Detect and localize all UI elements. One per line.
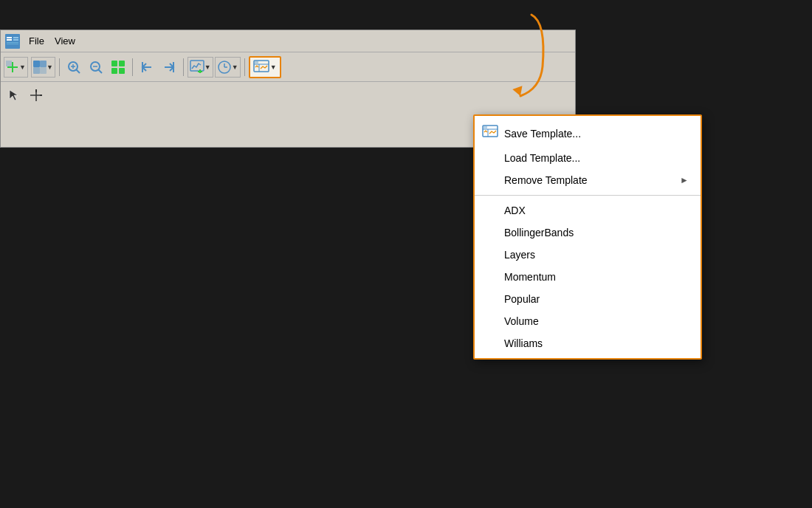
clock-button[interactable]: ▼ — [215, 57, 241, 78]
menu-item-momentum[interactable]: Momentum — [475, 266, 701, 288]
toolbar-row1: ▼ ▼ — [1, 52, 575, 82]
save-template-label: Save Template... — [504, 128, 581, 140]
popular-label: Popular — [504, 293, 540, 305]
separator1 — [59, 58, 60, 76]
adx-label: ADX — [504, 205, 526, 216]
template-menu-icon — [482, 125, 498, 142]
menu-item-remove-template[interactable]: Remove Template ► — [475, 169, 701, 191]
svg-rect-25 — [119, 68, 125, 74]
svg-rect-49 — [484, 126, 487, 128]
menu-item-volume[interactable]: Volume — [475, 310, 701, 332]
separator3 — [183, 58, 184, 76]
layers-label: Layers — [504, 249, 535, 261]
link-button[interactable]: ▼ — [31, 57, 55, 78]
svg-rect-0 — [5, 34, 20, 49]
toolbar-row2 — [1, 82, 575, 109]
momentum-label: Momentum — [504, 271, 556, 283]
menu-item-williams[interactable]: Williams — [475, 332, 701, 354]
submenu-arrow-icon: ► — [680, 175, 689, 185]
menu-item-adx[interactable]: ADX — [475, 199, 701, 222]
svg-rect-12 — [40, 61, 47, 67]
svg-rect-24 — [111, 68, 117, 74]
svg-rect-11 — [33, 61, 40, 67]
svg-rect-6 — [7, 44, 18, 44]
arrow-left-button[interactable] — [137, 57, 157, 78]
svg-rect-13 — [33, 67, 40, 74]
menu-item-save-template[interactable]: Save Template... — [475, 120, 701, 147]
svg-rect-1 — [7, 37, 12, 38]
svg-rect-9 — [12, 62, 13, 72]
remove-template-label: Remove Template — [504, 174, 588, 186]
williams-label: Williams — [504, 337, 543, 349]
svg-marker-40 — [10, 90, 18, 100]
template-button[interactable]: ▼ — [249, 56, 281, 78]
separator2 — [132, 58, 133, 76]
load-template-label: Load Template... — [504, 152, 580, 164]
menu-separator — [475, 195, 701, 196]
menu-bar: File View — [1, 30, 575, 52]
zoom-in-button[interactable] — [63, 57, 84, 78]
bollinger-label: BollingerBands — [504, 227, 574, 238]
add-chart-button[interactable]: ▼ — [187, 57, 213, 78]
separator4 — [244, 58, 245, 76]
crosshair-button[interactable] — [26, 85, 47, 106]
svg-rect-23 — [119, 61, 125, 66]
menu-item-layers[interactable]: Layers — [475, 244, 701, 266]
dropdown-menu: Save Template... Load Template... Remove… — [473, 114, 702, 360]
menu-item-load-template[interactable]: Load Template... — [475, 147, 701, 169]
svg-rect-39 — [255, 61, 258, 64]
cursor-button[interactable] — [4, 85, 24, 106]
svg-rect-10 — [6, 61, 12, 66]
svg-rect-22 — [111, 61, 117, 66]
svg-rect-3 — [13, 37, 18, 38]
zoom-out-button[interactable] — [86, 57, 106, 78]
svg-line-16 — [76, 69, 80, 73]
menu-item-popular[interactable]: Popular — [475, 288, 701, 310]
add-button[interactable]: ▼ — [4, 57, 28, 78]
app-icon — [5, 34, 20, 49]
svg-rect-5 — [7, 42, 18, 43]
svg-rect-14 — [40, 67, 47, 74]
menu-item-file[interactable]: File — [24, 34, 49, 48]
menu-item-view[interactable]: View — [50, 34, 80, 48]
menu-item-bollinger[interactable]: BollingerBands — [475, 222, 701, 244]
grid-button[interactable] — [108, 57, 128, 78]
svg-line-20 — [98, 69, 102, 73]
volume-label: Volume — [504, 315, 539, 327]
svg-rect-4 — [13, 39, 18, 41]
svg-rect-2 — [7, 39, 12, 41]
arrow-right-button[interactable] — [159, 57, 179, 78]
